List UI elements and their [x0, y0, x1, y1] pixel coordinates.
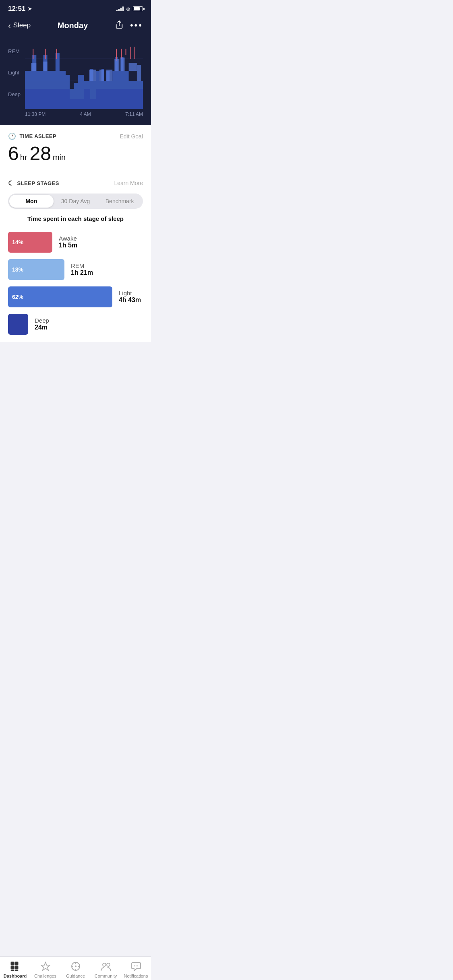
tab-30day[interactable]: 30 Day Avg	[54, 195, 98, 208]
y-label-rem: REM	[8, 48, 25, 54]
stage-bar-deep	[8, 314, 28, 335]
x-label-end: 7:11 AM	[125, 111, 143, 117]
header-actions: •••	[115, 20, 143, 31]
location-icon: ➤	[28, 6, 32, 12]
x-axis-labels: 11:38 PM 4 AM 7:11 AM	[8, 109, 143, 117]
stage-info-light: Light 4h 43m	[119, 290, 143, 304]
sleep-chart: REM Light Deep	[0, 37, 151, 125]
y-label-light: Light	[8, 70, 25, 76]
stage-row-deep: Deep 24m	[8, 314, 143, 335]
signal-bars	[116, 6, 124, 11]
status-time: 12:51 ➤	[8, 5, 32, 13]
stage-info-awake: Awake 1h 5m	[59, 235, 77, 249]
stage-bar-light: 62%	[8, 286, 112, 307]
time-asleep-value: 6hr28min	[8, 143, 143, 165]
back-label: Sleep	[13, 21, 31, 29]
sleep-stages-header: ☾ SLEEP STAGES Learn More	[8, 179, 143, 187]
clock-icon: 🕐	[8, 132, 17, 140]
battery-icon	[133, 6, 143, 11]
stage-bar-awake: 14%	[8, 232, 52, 253]
time-asleep-section: 🕐 TIME ASLEEP Edit Goal 6hr28min	[0, 125, 151, 172]
stage-row-light: 62% Light 4h 43m	[8, 286, 143, 307]
sleep-stages-section: ☾ SLEEP STAGES Learn More Mon 30 Day Avg…	[0, 172, 151, 342]
page-title: Monday	[58, 21, 88, 30]
back-chevron-icon: ‹	[8, 21, 11, 30]
learn-more-button[interactable]: Learn More	[114, 180, 143, 186]
stage-bar-rem: 18%	[8, 259, 64, 280]
chart-area: REM Light Deep	[8, 37, 143, 109]
header: ‹ Sleep Monday •••	[0, 16, 151, 37]
back-button[interactable]: ‹ Sleep	[8, 21, 31, 30]
status-icons: ⊜	[116, 6, 143, 12]
tab-selector: Mon 30 Day Avg Benchmark	[8, 194, 143, 209]
status-bar: 12:51 ➤ ⊜	[0, 0, 151, 16]
more-button[interactable]: •••	[130, 20, 143, 31]
y-axis-labels: REM Light Deep	[8, 37, 25, 109]
stage-info-rem: REM 1h 21m	[71, 262, 93, 276]
edit-goal-button[interactable]: Edit Goal	[120, 133, 143, 140]
share-button[interactable]	[115, 20, 124, 31]
time-asleep-title: 🕐 TIME ASLEEP	[8, 132, 56, 140]
stage-bars: 14% Awake 1h 5m 18% REM 1h 21m 62% Light	[8, 232, 143, 335]
x-label-mid: 4 AM	[80, 111, 91, 117]
time-asleep-header: 🕐 TIME ASLEEP Edit Goal	[8, 132, 143, 140]
stage-info-deep: Deep 24m	[35, 317, 49, 331]
stage-row-awake: 14% Awake 1h 5m	[8, 232, 143, 253]
y-label-deep: Deep	[8, 91, 25, 97]
stages-subtitle: Time spent in each stage of sleep	[8, 215, 143, 222]
moon-icon: ☾	[8, 179, 14, 187]
x-label-start: 11:38 PM	[25, 111, 46, 117]
tab-mon[interactable]: Mon	[9, 195, 54, 208]
wifi-icon: ⊜	[126, 6, 130, 12]
tab-benchmark[interactable]: Benchmark	[97, 195, 142, 208]
sleep-stages-title: ☾ SLEEP STAGES	[8, 179, 59, 187]
chart-graph	[25, 37, 143, 109]
stage-row-rem: 18% REM 1h 21m	[8, 259, 143, 280]
